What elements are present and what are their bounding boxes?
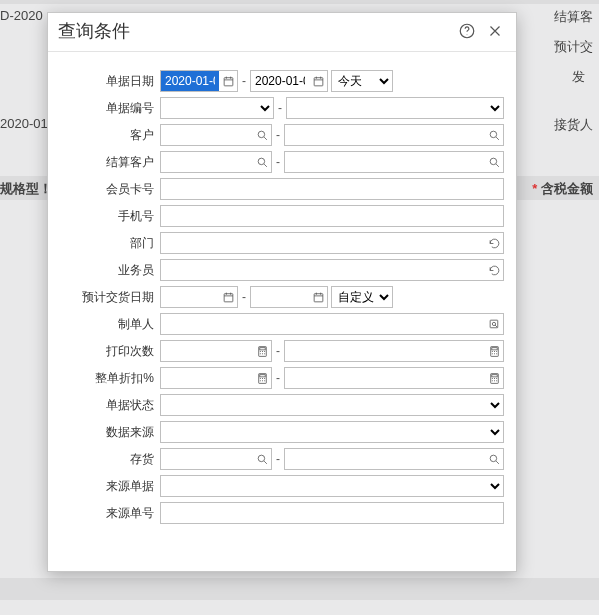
svg-point-7 [490,158,497,165]
source-doc-label: 来源单据 [52,478,160,495]
dialog-title: 查询条件 [58,19,450,43]
deliver-date-label: 预计交货日期 [52,289,160,306]
svg-point-4 [258,131,265,138]
phone-label: 手机号 [52,208,160,225]
doc-date-label: 单据日期 [52,73,160,90]
bg-receiver-label: 接货人 [554,116,593,134]
doc-no-label: 单据编号 [52,100,160,117]
svg-rect-19 [491,374,496,376]
settle-customer-from[interactable] [160,151,272,173]
search-icon[interactable] [253,152,271,172]
source-no-input[interactable] [160,502,504,524]
doc-no-from[interactable] [160,97,274,119]
lookup-icon[interactable] [485,314,503,334]
settle-customer-label: 结算客户 [52,154,160,171]
bg-settle-customer-label: 结算客 [554,8,593,26]
customer-to[interactable] [284,124,504,146]
bg-date-fragment: 2020-01 [0,116,48,131]
refresh-icon[interactable] [485,233,503,253]
discount-pct-from[interactable] [160,367,272,389]
phone-input[interactable] [160,205,504,227]
query-conditions-dialog: 查询条件 单据日期 - 今天 单据编号 [47,12,517,572]
customer-label: 客户 [52,127,160,144]
help-icon[interactable] [456,20,478,42]
source-no-label: 来源单号 [52,505,160,522]
calculator-icon[interactable] [485,341,503,361]
svg-rect-2 [224,77,233,85]
print-count-to[interactable] [284,340,504,362]
search-icon[interactable] [485,152,503,172]
source-doc-select[interactable] [160,475,504,497]
svg-rect-3 [314,77,323,85]
svg-rect-8 [224,293,233,301]
doc-no-to[interactable] [286,97,504,119]
refresh-icon[interactable] [485,260,503,280]
print-count-from[interactable] [160,340,272,362]
dialog-body: 单据日期 - 今天 单据编号 - 客户 [48,52,516,539]
date-preset-select[interactable]: 今天 [331,70,393,92]
search-icon[interactable] [253,449,271,469]
salesman-label: 业务员 [52,262,160,279]
discount-pct-to[interactable] [284,367,504,389]
inventory-from[interactable] [160,448,272,470]
inventory-label: 存货 [52,451,160,468]
maker-label: 制单人 [52,316,160,333]
doc-status-select[interactable] [160,394,504,416]
calendar-icon[interactable] [219,71,237,91]
range-separator: - [238,74,250,88]
doc-status-label: 单据状态 [52,397,160,414]
member-card-input[interactable] [160,178,504,200]
doc-date-from[interactable] [160,70,238,92]
calendar-icon[interactable] [309,287,327,307]
dept-input[interactable] [160,232,504,254]
svg-point-21 [490,455,497,462]
svg-rect-17 [259,374,264,376]
svg-point-20 [258,455,265,462]
search-icon[interactable] [253,125,271,145]
print-count-label: 打印次数 [52,343,160,360]
bg-ship-label: 发 [572,68,585,86]
member-card-label: 会员卡号 [52,181,160,198]
calendar-icon[interactable] [309,71,327,91]
inventory-to[interactable] [284,448,504,470]
svg-point-1 [467,34,468,35]
bg-expected-delivery-label: 预计交 [554,38,593,56]
bg-tax-amount-label: 含税金额 [532,180,593,198]
svg-rect-9 [314,293,323,301]
data-source-label: 数据来源 [52,424,160,441]
dept-label: 部门 [52,235,160,252]
search-icon[interactable] [485,449,503,469]
settle-customer-to[interactable] [284,151,504,173]
calendar-icon[interactable] [219,287,237,307]
customer-from[interactable] [160,124,272,146]
discount-pct-label: 整单折扣% [52,370,160,387]
bg-spec-label: 规格型！ [0,180,52,198]
bg-docno-fragment: D-2020 [0,8,43,23]
calculator-icon[interactable] [253,341,271,361]
search-icon[interactable] [485,125,503,145]
svg-rect-13 [259,347,264,349]
calculator-icon[interactable] [253,368,271,388]
svg-rect-15 [491,347,496,349]
svg-point-5 [490,131,497,138]
close-icon[interactable] [484,20,506,42]
maker-input[interactable] [160,313,504,335]
deliver-date-to[interactable] [250,286,328,308]
doc-date-to[interactable] [250,70,328,92]
calculator-icon[interactable] [485,368,503,388]
data-source-select[interactable] [160,421,504,443]
salesman-input[interactable] [160,259,504,281]
svg-point-6 [258,158,265,165]
dialog-header: 查询条件 [48,13,516,52]
deliver-date-from[interactable] [160,286,238,308]
deliver-date-preset-select[interactable]: 自定义 [331,286,393,308]
